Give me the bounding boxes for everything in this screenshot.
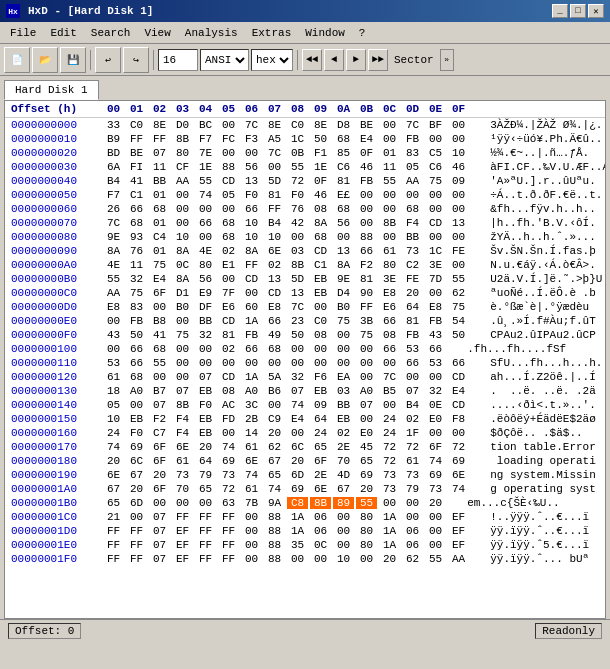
hex-byte[interactable]: 00 [126,399,147,411]
hex-byte[interactable]: 6F [425,441,446,453]
hex-byte[interactable]: 00 [310,343,331,355]
hex-byte[interactable]: B7 [149,385,170,397]
hex-byte[interactable]: 07 [149,553,170,565]
menu-view[interactable]: View [138,25,176,41]
table-row[interactable]: 00000001C0210007FFFFFF00881A0600801A0000… [5,510,605,524]
table-row[interactable]: 000000017074696F6E207461626C652E4572726F… [5,440,605,454]
open-button[interactable]: 📂 [32,47,58,73]
hex-byte[interactable]: FF [103,553,124,565]
hex-byte[interactable]: 5A [264,371,285,383]
hex-byte[interactable]: 73 [402,469,423,481]
hex-byte[interactable]: 61 [402,455,423,467]
hex-byte[interactable]: 76 [126,245,147,257]
hex-byte[interactable]: 7E [195,147,216,159]
hex-byte[interactable]: 00 [195,343,216,355]
hex-byte[interactable]: 65 [103,497,124,509]
hex-byte[interactable]: 1F [402,427,423,439]
hex-byte[interactable]: 66 [356,245,377,257]
hex-byte[interactable]: 69 [218,455,239,467]
hex-byte[interactable]: CD [448,399,469,411]
hex-byte[interactable]: 66 [379,343,400,355]
hex-byte[interactable]: 67 [264,455,285,467]
hex-byte[interactable]: 00 [172,497,193,509]
hex-byte[interactable]: 55 [448,273,469,285]
hex-byte[interactable]: 76 [287,203,308,215]
hex-byte[interactable]: 53 [402,343,423,355]
hex-byte[interactable]: 0C [310,539,331,551]
nav-last-button[interactable]: ►► [368,49,388,71]
hex-byte[interactable]: 00 [172,371,193,383]
hex-byte[interactable]: 1A [287,511,308,523]
hex-byte[interactable]: 6F [149,287,170,299]
nav-next-button[interactable]: ► [346,49,366,71]
hex-byte[interactable]: 68 [126,371,147,383]
hex-byte[interactable]: 24 [103,427,124,439]
hex-byte[interactable]: 00 [425,231,446,243]
hex-byte[interactable]: 00 [356,371,377,383]
nav-prev-button[interactable]: ◄ [324,49,344,71]
hex-byte[interactable]: 6D [287,469,308,481]
hex-byte[interactable]: B5 [379,385,400,397]
hex-byte[interactable]: CD [264,287,285,299]
hex-byte[interactable]: 49 [264,329,285,341]
hex-byte[interactable]: C8 [287,497,308,509]
hex-byte[interactable]: C7 [149,427,170,439]
hex-byte[interactable]: 00 [356,343,377,355]
hex-byte[interactable]: 09 [310,399,331,411]
hex-byte[interactable]: 8B [172,133,193,145]
hex-byte[interactable]: 00 [195,357,216,369]
hex-byte[interactable]: 00 [149,371,170,383]
hex-byte[interactable]: 67 [103,483,124,495]
hex-byte[interactable]: 8B [287,259,308,271]
hex-byte[interactable]: FF [103,525,124,537]
hex-byte[interactable]: 10 [241,217,262,229]
hex-byte[interactable]: E4 [356,133,377,145]
hex-byte[interactable]: 55 [195,175,216,187]
hex-byte[interactable]: 64 [195,455,216,467]
hex-byte[interactable]: 65 [356,455,377,467]
hex-byte[interactable]: B0 [333,301,354,313]
hex-byte[interactable]: 00 [379,189,400,201]
hex-byte[interactable]: 5D [264,175,285,187]
save-button[interactable]: 💾 [60,47,86,73]
hex-byte[interactable]: CD [448,371,469,383]
hex-byte[interactable]: 88 [264,553,285,565]
hex-byte[interactable]: FF [218,525,239,537]
hex-byte[interactable]: 00 [425,427,446,439]
hex-byte[interactable]: EF [172,553,193,565]
hex-byte[interactable]: 20 [126,483,147,495]
minimize-button[interactable]: _ [552,4,568,18]
hex-byte[interactable]: 0F [310,175,331,187]
hex-byte[interactable]: 18 [103,385,124,397]
hex-byte[interactable]: FF [195,511,216,523]
hex-byte[interactable]: 00 [241,539,262,551]
hex-byte[interactable]: 74 [287,399,308,411]
hex-byte[interactable]: 64 [310,413,331,425]
hex-byte[interactable]: 13 [333,245,354,257]
table-row[interactable]: 00000001D0FFFF07EFFFFF00881A0600801A0600… [5,524,605,538]
hex-byte[interactable]: C1 [126,189,147,201]
hex-byte[interactable]: 2E [333,441,354,453]
hex-byte[interactable]: D1 [172,287,193,299]
hex-byte[interactable]: 75 [448,301,469,313]
hex-byte[interactable]: 8B [172,399,193,411]
hex-byte[interactable]: 00 [218,427,239,439]
hex-byte[interactable]: FB [356,175,377,187]
hex-byte[interactable]: 68 [218,217,239,229]
hex-byte[interactable]: 66 [425,343,446,355]
hex-byte[interactable]: 00 [241,147,262,159]
hex-byte[interactable]: 07 [287,385,308,397]
hex-byte[interactable]: 11 [379,161,400,173]
hex-byte[interactable]: 03 [287,245,308,257]
hex-byte[interactable]: 73 [218,469,239,481]
hex-byte[interactable]: 00 [448,231,469,243]
hex-byte[interactable]: 74 [448,483,469,495]
hex-byte[interactable]: 3E [379,273,400,285]
hex-byte[interactable]: 6E [448,469,469,481]
hex-byte[interactable]: 72 [218,483,239,495]
offset-input[interactable]: 16 [158,49,198,71]
hex-byte[interactable]: C5 [425,147,446,159]
hex-byte[interactable]: FI [126,161,147,173]
menu-search[interactable]: Search [85,25,137,41]
hex-byte[interactable]: 62 [402,553,423,565]
